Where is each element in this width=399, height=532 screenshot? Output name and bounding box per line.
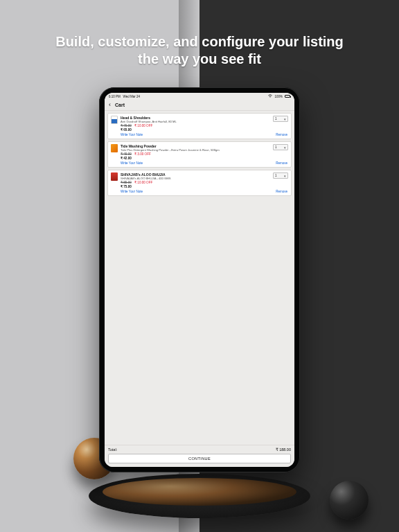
qty-value: 1: [275, 174, 277, 177]
back-button[interactable]: ‹: [109, 102, 111, 108]
product-desc: Tide Plus Detergent Washing Powder - Ext…: [121, 148, 288, 152]
product-thumbnail: [111, 116, 118, 124]
item-price: ₹ 42.00: [121, 157, 288, 160]
page-title: Cart: [115, 103, 125, 107]
original-price: ₹ 85.00: [121, 181, 132, 184]
svg-point-0: [270, 97, 271, 98]
original-price: ₹ 75.00: [121, 124, 132, 127]
chevron-down-icon: ▾: [284, 145, 286, 150]
cart-item: SHIVAJAB's ALOO BHUJIA SHIVAJAB's ALOO B…: [107, 170, 292, 196]
nav-bar: ‹ Cart: [105, 100, 294, 111]
marketing-headline: Build, customize, and configure your lis…: [0, 33, 399, 68]
product-thumbnail: [111, 144, 118, 152]
pedestal: [89, 474, 310, 518]
tablet-screen: 6:10 PM Wed Mar 24 100% ‹ Cart: [105, 93, 294, 467]
remove-link[interactable]: Remove: [276, 190, 287, 193]
product-thumbnail: [111, 172, 118, 181]
battery-pct: 100%: [274, 95, 283, 98]
continue-button[interactable]: CONTINUE: [108, 454, 291, 463]
tablet-frame: 6:10 PM Wed Mar 24 100% ‹ Cart: [99, 87, 300, 472]
write-note-link[interactable]: Write Your Note: [121, 133, 288, 136]
cart-item: Head & Shoulders Anti Dandruff Shampoo, …: [107, 113, 292, 139]
status-date: Wed Mar 24: [123, 95, 140, 98]
product-desc: Anti Dandruff Shampoo, Anti Hairfall, 80…: [121, 120, 288, 123]
total-value: ₹ 188.00: [276, 447, 291, 452]
status-left: 6:10 PM Wed Mar 24: [109, 95, 140, 98]
discount-off: ₹ 10.00 OFF: [134, 181, 152, 184]
item-price: ₹ 65.00: [121, 128, 288, 132]
discount-off: ₹ 10.00 OFF: [134, 124, 152, 127]
qty-value: 1: [275, 145, 277, 149]
promo-scene: Build, customize, and configure your lis…: [0, 0, 399, 532]
remove-link[interactable]: Remove: [276, 133, 287, 136]
qty-select[interactable]: 1 ▾: [273, 116, 288, 122]
remove-link[interactable]: Remove: [276, 161, 287, 165]
discount-off: ₹ 3.00 OFF: [134, 152, 151, 156]
product-desc: SHIVAJAB's ALOO BHUJIA - 400 GMS: [121, 177, 288, 180]
write-note-link[interactable]: Write Your Note: [121, 161, 288, 165]
cart-footer: Total: ₹ 188.00 CONTINUE: [105, 445, 294, 467]
battery-icon: [285, 95, 290, 98]
status-time: 6:10 PM: [109, 95, 121, 98]
total-label: Total:: [108, 447, 117, 452]
cart-item: Tide Washing Powder Tide Plus Detergent …: [107, 141, 292, 168]
qty-select[interactable]: 1 ▾: [273, 144, 288, 150]
chevron-down-icon: ▾: [284, 117, 286, 121]
original-price: ₹ 45.00: [121, 152, 132, 156]
headline-line-1: Build, customize, and configure your lis…: [55, 34, 344, 49]
empty-space: [105, 198, 294, 445]
headline-line-2: the way you see fit: [138, 51, 261, 66]
status-right: 100%: [268, 94, 290, 98]
cart-list: Head & Shoulders Anti Dandruff Shampoo, …: [105, 111, 294, 198]
item-price: ₹ 75.00: [121, 185, 288, 188]
qty-select[interactable]: 1 ▾: [273, 172, 288, 179]
chevron-down-icon: ▾: [284, 174, 286, 178]
qty-value: 1: [275, 117, 277, 121]
wifi-icon: [268, 94, 272, 98]
decor-dark-sphere: [330, 481, 369, 520]
write-note-link[interactable]: Write Your Note: [121, 190, 288, 193]
status-bar: 6:10 PM Wed Mar 24 100%: [105, 93, 294, 100]
